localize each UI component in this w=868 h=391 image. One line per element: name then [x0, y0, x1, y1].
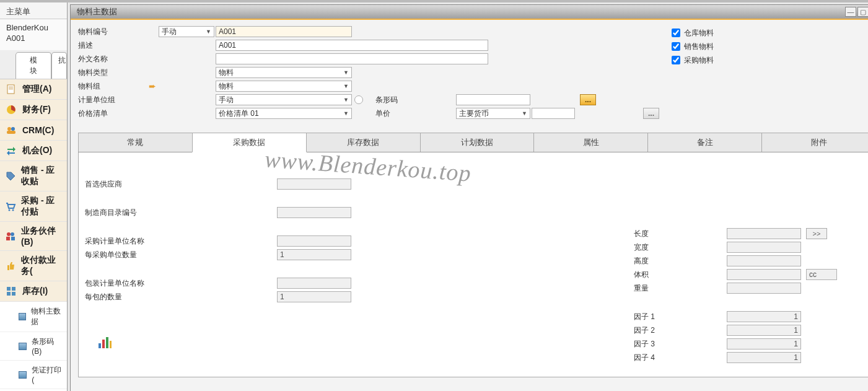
mfr-cat-label: 制造商目录编号 — [85, 208, 178, 218]
nav-item-admin[interactable]: 管理(A) — [0, 79, 67, 100]
tab-general[interactable]: 常规 — [78, 133, 193, 152]
nav-label: CRM(C) — [22, 125, 54, 135]
pack-uom-input[interactable] — [277, 278, 351, 289]
svg-rect-16 — [12, 292, 15, 296]
volume-unit[interactable] — [806, 269, 837, 280]
tab-properties[interactable]: 属性 — [533, 133, 648, 152]
item-no-label: 物料编号 — [78, 27, 159, 37]
nav-item-purchase[interactable]: 采购 - 应付贴 — [0, 191, 67, 222]
mfr-cat-input[interactable] — [277, 207, 351, 218]
nav-item-sales[interactable]: 销售 - 应收贴 — [0, 161, 67, 191]
desc-input[interactable] — [216, 40, 488, 51]
pricelist-dropdown[interactable]: 价格清单 01▼ — [216, 108, 352, 119]
f2-label: 因子 2 — [634, 325, 677, 336]
volume-input[interactable] — [727, 269, 801, 280]
sidebar-tab-other[interactable]: 抗 — [51, 52, 67, 79]
svg-point-10 — [11, 232, 14, 236]
maximize-button[interactable]: ▢ — [857, 7, 868, 17]
pie-icon — [5, 103, 17, 116]
vendor-input[interactable] — [277, 178, 351, 190]
uom-detail-button[interactable] — [354, 95, 363, 104]
svg-rect-20 — [110, 341, 112, 348]
width-label: 宽度 — [634, 242, 677, 253]
window-icon — [19, 343, 27, 350]
cart-icon — [5, 200, 16, 213]
length-label: 长度 — [634, 229, 677, 239]
submenu-label: 凭证打印( — [32, 365, 62, 384]
detail-tabs: 常规 采购数据 库存数据 计划数据 属性 备注 附件 — [78, 133, 868, 152]
svg-rect-19 — [106, 337, 108, 348]
tab-inventory[interactable]: 库存数据 — [306, 133, 421, 152]
unitprice-input[interactable] — [532, 108, 575, 119]
tab-purchasing[interactable]: 采购数据 — [192, 133, 307, 152]
nav-label: 库存(I) — [22, 286, 48, 297]
submenu-label: 条形码(B) — [32, 336, 62, 356]
foreign-label: 外文名称 — [78, 54, 159, 64]
uom-dropdown[interactable]: 手动▼ — [216, 94, 352, 105]
f3-label: 因子 3 — [634, 339, 677, 349]
type-label: 物料类型 — [78, 68, 159, 78]
f1-input[interactable] — [727, 311, 801, 322]
per-pu-label: 每采购单位数量 — [85, 250, 178, 260]
window-title: 物料主数据 — [77, 6, 117, 17]
f4-input[interactable] — [727, 352, 801, 363]
item-no-mode-dropdown[interactable]: 手动▼ — [159, 26, 214, 37]
puom-input[interactable] — [277, 235, 351, 247]
chart-icon-button[interactable] — [97, 335, 634, 351]
inventory-checkbox[interactable] — [672, 29, 680, 37]
foreign-input[interactable] — [216, 53, 488, 64]
titlebar: 物料主数据 — ▢ ✕ — [71, 5, 868, 20]
minimize-button[interactable]: — — [845, 7, 856, 17]
submenu-item-print[interactable]: 凭证打印( — [0, 361, 67, 389]
nav-item-banking[interactable]: 收付款业务( — [0, 251, 67, 281]
type-dropdown[interactable]: 物料▼ — [216, 67, 352, 78]
sales-checkbox[interactable] — [672, 42, 680, 51]
nav-label: 财务(F) — [22, 104, 51, 115]
sidebar-tabs: 模块 抗 — [0, 50, 67, 79]
barcode-browse-button[interactable]: ... — [580, 94, 596, 105]
f2-input[interactable] — [727, 325, 801, 336]
submenu-item-barcode[interactable]: 条形码(B) — [0, 332, 67, 361]
height-input[interactable] — [727, 255, 801, 266]
window-icon — [19, 313, 26, 320]
per-pu-input[interactable] — [277, 249, 351, 260]
tab-remarks[interactable]: 备注 — [647, 133, 762, 152]
unitprice-browse-button[interactable]: ... — [643, 108, 659, 119]
barcode-input[interactable] — [456, 94, 530, 105]
svg-rect-15 — [7, 292, 11, 296]
nav-item-crm[interactable]: CRM(C) — [0, 120, 67, 141]
grid-icon — [5, 285, 17, 297]
purchase-checkbox[interactable] — [672, 56, 680, 64]
tag-icon — [5, 170, 16, 182]
nav-label: 销售 - 应收贴 — [21, 165, 62, 187]
currency-dropdown[interactable]: 主要货币▼ — [456, 108, 530, 119]
nav-item-bp[interactable]: 业务伙伴(B) — [0, 222, 67, 251]
tab-planning[interactable]: 计划数据 — [420, 133, 535, 152]
link-arrow-icon[interactable]: ➨ — [149, 81, 156, 91]
puom-label: 采购计量单位名称 — [85, 236, 178, 247]
nav-item-opportunity[interactable]: 机会(O) — [0, 141, 67, 161]
tab-attachments[interactable]: 附件 — [761, 133, 868, 152]
nav-label: 机会(O) — [22, 145, 52, 156]
item-no-input[interactable] — [216, 26, 352, 37]
width-input[interactable] — [727, 242, 801, 253]
usercode: A001 — [6, 33, 61, 43]
nav-label: 业务伙伴(B) — [21, 226, 62, 247]
f3-input[interactable] — [727, 338, 801, 349]
nav-item-inventory[interactable]: 库存(I) — [0, 281, 67, 302]
unitprice-label: 单价 — [375, 108, 456, 119]
group-dropdown[interactable]: 物料▼ — [216, 81, 352, 92]
expand-button[interactable]: >> — [806, 228, 827, 239]
weight-input[interactable] — [727, 283, 801, 294]
svg-rect-6 — [7, 131, 15, 134]
tab-content: www.Blenderkou.top 首选供应商 制造商目录编号 — [78, 152, 868, 377]
sidebar-tab-modules[interactable]: 模块 — [15, 52, 51, 79]
nav-item-finance[interactable]: 财务(F) — [0, 100, 67, 120]
submenu-item-master[interactable]: 物料主数据 — [0, 302, 67, 332]
svg-rect-2 — [9, 89, 13, 89]
svg-point-7 — [9, 209, 11, 211]
per-pack-input[interactable] — [277, 291, 351, 302]
partners-icon — [5, 230, 16, 242]
thumbs-icon — [5, 260, 16, 272]
length-input[interactable] — [727, 228, 801, 239]
